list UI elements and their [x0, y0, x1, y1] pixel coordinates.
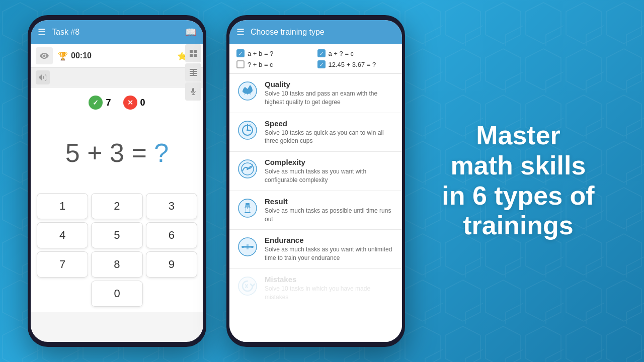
- quality-icon: [236, 80, 259, 102]
- checkbox-item-1[interactable]: ✓ a + b = ?: [236, 49, 314, 57]
- svg-rect-29: [245, 212, 251, 213]
- key-4[interactable]: 4: [37, 222, 88, 248]
- left-phone-screen: ☰ Task #8 📖 🏆 00:10 ⭐ 28: [31, 20, 203, 342]
- key-6[interactable]: 6: [146, 222, 197, 248]
- endurance-icon: [236, 236, 259, 258]
- right-header-title: Choose training type: [251, 28, 395, 37]
- svg-point-34: [238, 277, 257, 295]
- task-bar: 🏆 00:10 ⭐ 28: [31, 44, 203, 68]
- keypad-grid: 1 2 3 4 5 6 7 8 9: [37, 193, 197, 278]
- cross-circle: ✕: [123, 96, 137, 110]
- keypad-area: 1 2 3 4 5 6 7 8 9 0: [31, 188, 203, 312]
- checkbox-item-3[interactable]: ? + b = c: [236, 60, 314, 68]
- speed-info: Speed Solve 10 tasks as quick as you can…: [265, 119, 395, 146]
- svg-rect-5: [190, 54, 193, 57]
- training-item-endurance[interactable]: Endurance Solve as much tasks as you wan…: [229, 230, 402, 269]
- checkbox-unchecked-3: [236, 60, 245, 68]
- right-phone-shell: ☰ Choose training type ✓ a + b = ? ✓ a +…: [226, 15, 405, 347]
- training-item-result[interactable]: Result Solve as much tasks as possible u…: [229, 191, 402, 230]
- result-icon: [236, 197, 259, 219]
- quality-desc: Solve 10 tasks and pass an exam with the…: [265, 89, 395, 107]
- key-2[interactable]: 2: [91, 193, 142, 219]
- complexity-desc: Solve as much tasks as you want with con…: [265, 167, 395, 185]
- svg-rect-3: [190, 50, 193, 53]
- svg-rect-11: [193, 69, 194, 76]
- svg-point-20: [247, 129, 249, 131]
- svg-point-26: [247, 168, 249, 170]
- right-phone: ☰ Choose training type ✓ a + b = ? ✓ a +…: [226, 15, 405, 347]
- svg-rect-12: [192, 88, 194, 92]
- key-0[interactable]: 0: [91, 281, 142, 307]
- equation-display: 5 + 3 = ?: [31, 118, 203, 188]
- eye-icon[interactable]: [36, 47, 53, 64]
- complexity-icon: [236, 158, 259, 180]
- checkbox-checked-1: ✓: [236, 49, 245, 57]
- key-5[interactable]: 5: [91, 222, 142, 248]
- checkbox-item-2[interactable]: ✓ a + ? = c: [317, 49, 395, 57]
- right-app-header: ☰ Choose training type: [229, 20, 402, 44]
- grid-icon[interactable]: [185, 44, 201, 62]
- right-screen-content: ☰ Choose training type ✓ a + b = ? ✓ a +…: [229, 20, 402, 342]
- checkbox-label-4: 12.45 + 3.67 = ?: [329, 61, 376, 68]
- svg-rect-28: [246, 203, 250, 205]
- checkbox-checked-4: ✓: [317, 60, 326, 68]
- correct-count: 7: [106, 98, 111, 108]
- training-list: Quality Solve 10 tasks and pass an exam …: [229, 74, 402, 342]
- correct-result: ✓ 7: [89, 96, 111, 110]
- key-3[interactable]: 3: [146, 193, 197, 219]
- result-desc: Solve as much tasks as possible until ti…: [265, 207, 395, 224]
- speed-desc: Solve 10 tasks as quick as you can to wi…: [265, 129, 395, 146]
- speed-icon: [236, 119, 259, 141]
- trophy-icon: 🏆: [58, 51, 68, 61]
- check-circle: ✓: [89, 96, 103, 110]
- mistakes-info: Mistakes Solve 10 tasks in which you hav…: [265, 275, 395, 302]
- endurance-desc: Solve as much tasks as you want with unl…: [265, 245, 395, 262]
- training-item-mistakes[interactable]: Mistakes Solve 10 tasks in which you hav…: [229, 269, 402, 308]
- complexity-info: Complexity Solve as much tasks as you wa…: [265, 158, 395, 185]
- left-app-header: ☰ Task #8 📖: [31, 20, 203, 44]
- checkbox-item-4[interactable]: ✓ 12.45 + 3.67 = ?: [317, 60, 395, 68]
- key-8[interactable]: 8: [91, 251, 142, 278]
- svg-rect-33: [251, 246, 254, 248]
- mistakes-icon: [236, 275, 259, 297]
- endurance-title: Endurance: [265, 236, 395, 244]
- checkbox-label-3: ? + b = c: [248, 61, 273, 68]
- marketing-text: Master math skills in 6 types of trainin…: [423, 121, 614, 241]
- svg-rect-32: [242, 246, 244, 248]
- left-header-title: Task #8: [52, 28, 185, 37]
- checkbox-label-2: a + ? = c: [329, 50, 354, 57]
- checkbox-label-1: a + b = ?: [248, 50, 273, 57]
- table-icon[interactable]: [185, 63, 201, 81]
- left-phone: ☰ Task #8 📖 🏆 00:10 ⭐ 28: [28, 15, 206, 347]
- quality-title: Quality: [265, 80, 395, 88]
- mistakes-title: Mistakes: [265, 275, 395, 284]
- timer-display: 00:10: [71, 51, 92, 60]
- left-phone-shell: ☰ Task #8 📖 🏆 00:10 ⭐ 28: [28, 15, 206, 347]
- training-item-speed[interactable]: Speed Solve 10 tasks as quick as you can…: [229, 113, 402, 152]
- key-7[interactable]: 7: [37, 251, 88, 278]
- training-item-complexity[interactable]: Complexity Solve as much tasks as you wa…: [229, 152, 402, 191]
- book-icon[interactable]: 📖: [185, 27, 196, 38]
- checkbox-checked-2: ✓: [317, 49, 326, 57]
- timer-area: 🏆 00:10: [58, 51, 177, 61]
- svg-rect-6: [194, 54, 197, 57]
- result-area: ✓ 7 ✕ 0: [31, 87, 203, 118]
- side-toolbar: [185, 44, 201, 101]
- sound-icon[interactable]: [36, 70, 50, 84]
- complexity-title: Complexity: [265, 158, 395, 166]
- right-menu-icon[interactable]: ☰: [236, 27, 245, 38]
- mic-icon[interactable]: [185, 82, 201, 101]
- training-item-quality[interactable]: Quality Solve 10 tasks and pass an exam …: [229, 74, 402, 113]
- incorrect-count: 0: [140, 98, 145, 108]
- right-phone-screen: ☰ Choose training type ✓ a + b = ? ✓ a +…: [229, 20, 402, 342]
- checkbox-area: ✓ a + b = ? ✓ a + ? = c ? + b = c ✓ 12.4…: [229, 44, 402, 74]
- key-9[interactable]: 9: [146, 251, 197, 278]
- key-1[interactable]: 1: [37, 193, 88, 219]
- mistakes-desc: Solve 10 tasks in which you have made mi…: [265, 285, 395, 302]
- sound-bar: [31, 68, 203, 87]
- incorrect-result: ✕ 0: [123, 96, 145, 110]
- endurance-info: Endurance Solve as much tasks as you wan…: [265, 236, 395, 262]
- speed-title: Speed: [265, 119, 395, 128]
- result-info: Result Solve as much tasks as possible u…: [265, 197, 395, 224]
- menu-icon[interactable]: ☰: [38, 27, 46, 38]
